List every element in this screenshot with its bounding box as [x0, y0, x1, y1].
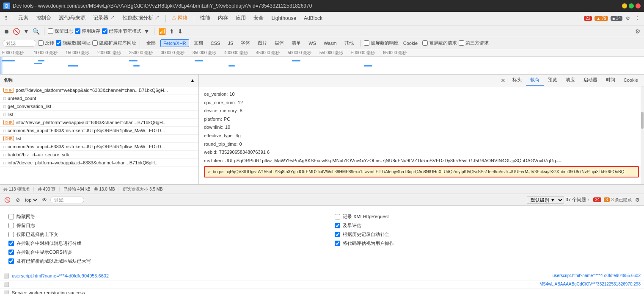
- blocked-response-checkbox[interactable]: [364, 40, 369, 46]
- tab-performance-insights[interactable]: 性能数据分析 ↗: [119, 13, 163, 24]
- tab-initiator[interactable]: 启动器: [579, 75, 602, 86]
- tab-console[interactable]: 控制台: [33, 13, 55, 24]
- console-filter-button[interactable]: ⊘: [14, 196, 22, 204]
- group-similar-checkbox[interactable]: [8, 241, 14, 246]
- cors-errors-checkbox[interactable]: [8, 250, 14, 255]
- request-item-5[interactable]: □ common?ms_appid=6383&msToken=JULpSqORP…: [0, 127, 198, 135]
- request-item-0[interactable]: XHR post/?device_platform=webapp&aid=638…: [0, 86, 198, 94]
- tab-performance[interactable]: 性能: [197, 13, 214, 24]
- request-item-9[interactable]: □ info/?device_platform=webapp&aid=6383&…: [0, 159, 198, 167]
- request-item-3[interactable]: □ list: [0, 111, 198, 119]
- msg-link-2[interactable]: MS4wLjABAAAABgCdCiOV***332122531826970:2…: [539, 282, 641, 286]
- log-xhr-checkbox[interactable]: [335, 214, 340, 219]
- tab-response[interactable]: 响应: [561, 75, 579, 86]
- tab-network[interactable]: ⚠ 网络: [168, 13, 191, 24]
- record-button[interactable]: ⏺: [3, 27, 10, 36]
- filter-ws[interactable]: WS: [305, 39, 319, 47]
- msg-link[interactable]: userscript.html?name=***4-d0fdfe904955.6…: [553, 273, 641, 278]
- filter-cookie[interactable]: Cookie: [400, 39, 421, 47]
- tab-security[interactable]: 安全: [250, 13, 267, 24]
- blocked-request-label[interactable]: 被屏蔽的请求: [422, 40, 457, 46]
- context-only-checkbox[interactable]: [8, 232, 14, 237]
- search-button[interactable]: 🔍: [32, 27, 41, 36]
- upload-button[interactable]: ⬆: [168, 27, 175, 36]
- tab-lighthouse[interactable]: Lighthouse: [268, 14, 300, 24]
- tab-payload[interactable]: 载荷: [526, 75, 544, 86]
- domain-checkbox[interactable]: [8, 258, 14, 264]
- filter-fetch-xhr[interactable]: Fetch/XHR: [160, 39, 189, 47]
- third-party-label[interactable]: 第三方请求: [459, 40, 489, 46]
- request-item-6[interactable]: XHR list: [0, 135, 198, 143]
- maximize-button[interactable]: [629, 3, 634, 8]
- disable-stream-checkbox[interactable]: [102, 28, 107, 34]
- blocked-request-checkbox[interactable]: [422, 40, 428, 46]
- hide-data-urls-checkbox[interactable]: [56, 40, 61, 46]
- third-party-checkbox[interactable]: [459, 40, 464, 46]
- settings-gear-button[interactable]: ⚙: [624, 15, 632, 22]
- tab-elements[interactable]: 元素: [15, 13, 32, 24]
- titlebar-controls[interactable]: [622, 3, 641, 8]
- tab-recorder[interactable]: 记录器 ↗: [90, 13, 118, 24]
- eye-button[interactable]: 👁: [40, 196, 49, 204]
- autocomplete-checkbox[interactable]: [335, 232, 340, 237]
- console-settings-button[interactable]: ⚙: [633, 196, 641, 204]
- context-selector[interactable]: top: [23, 197, 39, 203]
- throttle-dropdown-button[interactable]: ▼: [143, 27, 151, 36]
- eager-eval-checkbox[interactable]: [335, 223, 340, 228]
- filter-doc[interactable]: 文档: [191, 39, 206, 47]
- filter-manifest[interactable]: 清单: [289, 39, 304, 47]
- disable-stream-label[interactable]: 已停用节流模式: [102, 28, 141, 34]
- hide-data-urls-label[interactable]: 隐蔽数据网址: [56, 40, 91, 46]
- request-item-1[interactable]: □ unread_count: [0, 94, 198, 103]
- wifi-icon[interactable]: 📶: [158, 27, 167, 36]
- close-button[interactable]: [636, 3, 641, 8]
- filter-input[interactable]: [3, 40, 36, 47]
- tab-application[interactable]: 应用: [232, 13, 249, 24]
- request-item-7[interactable]: □ common?ms_appid=6383&msToken=JULpSqORP…: [0, 143, 198, 151]
- filter-media[interactable]: 媒体: [272, 39, 287, 47]
- filter-toggle-button[interactable]: ▼: [22, 27, 30, 36]
- request-item-4[interactable]: XHR info/?device_platform=webapp&aid=638…: [0, 119, 198, 127]
- invert-checkbox-label[interactable]: 反转: [38, 40, 54, 46]
- hide-ext-label[interactable]: 隐藏扩展程序网址: [92, 40, 136, 46]
- level-select[interactable]: 默认级别 ▼: [527, 196, 564, 204]
- settings-right-button[interactable]: ⚙: [634, 27, 641, 36]
- hide-ext-checkbox[interactable]: [92, 40, 98, 46]
- tab-preview[interactable]: 预览: [544, 75, 561, 86]
- tab-adblock[interactable]: AdBlock: [300, 14, 326, 24]
- invert-checkbox[interactable]: [38, 40, 44, 46]
- tab-timing[interactable]: 时间: [602, 75, 619, 86]
- blocked-response-label[interactable]: 被屏蔽的响应: [364, 40, 399, 46]
- filter-all[interactable]: 全部: [143, 39, 159, 47]
- minimize-button[interactable]: [622, 3, 627, 8]
- more-options-button[interactable]: ⋮: [633, 15, 641, 22]
- tab-cookies[interactable]: Cookie: [619, 76, 642, 85]
- close-detail-button[interactable]: ✕: [498, 76, 508, 85]
- filter-img[interactable]: 图片: [255, 39, 270, 47]
- preserve-log-checkbox[interactable]: [48, 28, 53, 34]
- request-item-2[interactable]: □ get_conversation_list: [0, 103, 198, 111]
- filter-css[interactable]: CSS: [208, 39, 223, 47]
- filter-other[interactable]: 其他: [341, 39, 357, 47]
- preserve-log-setting-checkbox[interactable]: [8, 223, 14, 228]
- user-gesture-checkbox[interactable]: [335, 241, 340, 246]
- download-button[interactable]: ⬇: [177, 27, 184, 36]
- hide-network-checkbox[interactable]: [8, 214, 14, 219]
- tab-headers[interactable]: 标头: [508, 75, 526, 86]
- tab-sources[interactable]: 源代码/来源: [55, 13, 89, 24]
- console-filter-input[interactable]: [50, 197, 84, 203]
- console-clear-button[interactable]: 🚫: [3, 196, 12, 204]
- filter-wasm[interactable]: Wasm: [321, 39, 340, 47]
- filter-font[interactable]: 字体: [238, 39, 253, 47]
- disable-cache-checkbox[interactable]: [75, 28, 80, 34]
- detail-scrollbar[interactable]: [641, 86, 644, 184]
- collapse-button[interactable]: ▲: [190, 78, 195, 83]
- disable-cache-label[interactable]: 停用缓存: [75, 28, 100, 34]
- tab-memory[interactable]: 内存: [215, 13, 231, 24]
- toolbar-more-btn[interactable]: ⠿: [3, 15, 9, 22]
- scrollbar-thumb[interactable]: [641, 112, 644, 129]
- preserve-log-label[interactable]: 保留日志: [48, 28, 73, 34]
- filter-js[interactable]: JS: [225, 39, 236, 47]
- clear-button[interactable]: 🚫: [12, 27, 21, 36]
- request-item-8[interactable]: □ batch/?biz_id=uc_secure_sdk: [0, 151, 198, 159]
